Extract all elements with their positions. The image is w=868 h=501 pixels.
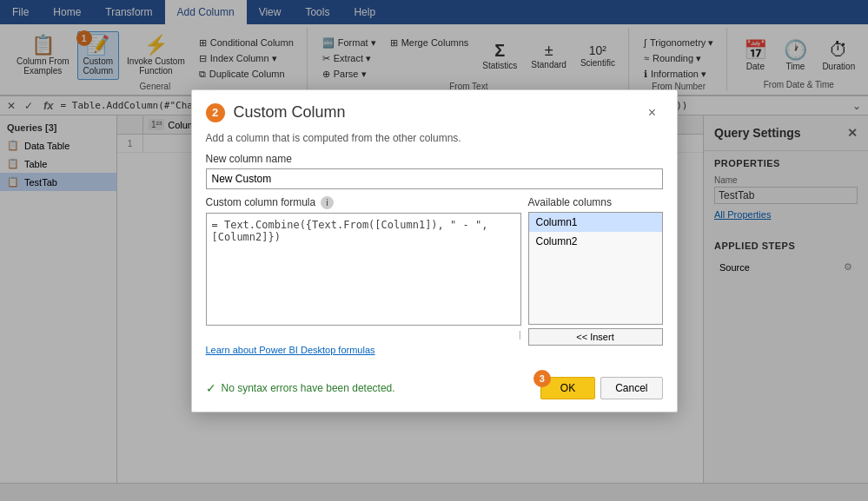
dialog-title: Custom Column	[234, 103, 346, 122]
avail-cols-area: Available columns Column1 Column2 << Ins…	[528, 196, 663, 346]
col-name-label: New column name	[206, 153, 663, 165]
dialog-close-button[interactable]: ×	[642, 102, 663, 123]
dialog-footer: ✓ No syntax errors have been detected. 3…	[192, 370, 677, 412]
custom-column-dialog: 2 Custom Column × Add a column that is c…	[191, 89, 678, 412]
dialog-buttons: 3 OK Cancel	[540, 377, 663, 399]
ok-btn-wrapper: 3 OK	[540, 377, 595, 399]
ok-badge: 3	[533, 370, 551, 387]
formula-section-row: Custom column formula i = Text.Combine({…	[206, 196, 663, 356]
formula-info-icon[interactable]: i	[321, 196, 334, 209]
learn-link[interactable]: Learn about Power BI Desktop formulas	[206, 345, 375, 355]
dialog-overlay: 2 Custom Column × Add a column that is c…	[0, 0, 868, 501]
col-name-input[interactable]	[206, 168, 663, 189]
formula-area: Custom column formula i = Text.Combine({…	[206, 196, 521, 356]
dialog-header: 2 Custom Column ×	[192, 90, 677, 123]
formula-label: Custom column formula i	[206, 196, 521, 209]
insert-button[interactable]: << Insert	[528, 328, 663, 346]
dialog-subtitle: Add a column that is computed from the o…	[206, 132, 663, 144]
formula-textarea[interactable]: = Text.Combine({Text.From([Column1]), " …	[206, 213, 521, 326]
avail-cols-list: Column1 Column2	[528, 212, 663, 325]
cursor-position: |	[206, 330, 521, 339]
avail-cols-label: Available columns	[528, 196, 663, 208]
dialog-title-row: 2 Custom Column	[206, 103, 346, 122]
check-icon: ✓	[206, 381, 216, 395]
avail-col-column1[interactable]: Column1	[529, 213, 662, 232]
dialog-status: ✓ No syntax errors have been detected.	[206, 381, 395, 395]
status-text: No syntax errors have been detected.	[222, 382, 395, 394]
dialog-badge: 2	[206, 103, 225, 122]
avail-col-column2[interactable]: Column2	[529, 232, 662, 251]
dialog-body: Add a column that is computed from the o…	[192, 123, 677, 370]
cancel-button[interactable]: Cancel	[600, 377, 662, 399]
